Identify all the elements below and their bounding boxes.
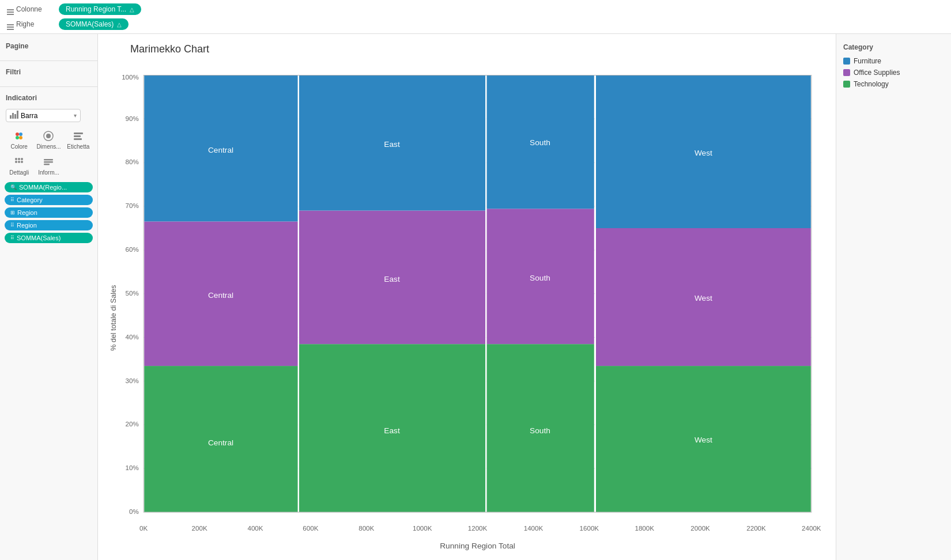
pills-list: 🔍 SOMMA(Regio... ⠿ Category ⊞ Region ⠿ R… bbox=[0, 180, 97, 245]
svg-point-1 bbox=[19, 133, 22, 136]
pill-category[interactable]: ⠿ Category bbox=[5, 195, 93, 205]
svg-rect-17 bbox=[44, 164, 50, 165]
pill-region-2[interactable]: ⠿ Region bbox=[5, 220, 93, 230]
furniture-label: Furniture bbox=[854, 57, 881, 65]
svg-text:10%: 10% bbox=[126, 464, 139, 471]
mark-dettagli[interactable]: Dettagli bbox=[6, 154, 32, 177]
west-technology-label: West bbox=[695, 436, 712, 444]
svg-text:1400K: 1400K bbox=[524, 525, 544, 532]
x-axis-label: Running Region Total bbox=[440, 542, 515, 550]
pill-somma-regio[interactable]: 🔍 SOMMA(Regio... bbox=[5, 182, 93, 192]
x-axis: 0K 200K 400K 600K 800K 1000K 1200K 1400K… bbox=[139, 525, 821, 532]
svg-rect-16 bbox=[44, 161, 53, 163]
barra-row[interactable]: Barra ▾ bbox=[0, 109, 97, 126]
svg-text:200K: 200K bbox=[192, 525, 207, 532]
size-icon bbox=[42, 130, 55, 142]
barra-select[interactable]: Barra ▾ bbox=[6, 109, 81, 122]
lines-icon bbox=[7, 19, 14, 30]
east-technology-label: East bbox=[384, 426, 400, 435]
filtri-title: Filtri bbox=[6, 68, 92, 76]
svg-text:2000K: 2000K bbox=[690, 525, 710, 532]
pagine-title: Pagine bbox=[6, 42, 92, 50]
svg-point-14 bbox=[21, 161, 23, 163]
svg-text:80%: 80% bbox=[126, 158, 139, 165]
barchart-icon bbox=[10, 111, 18, 120]
colonne-pill[interactable]: Running Region T... △ bbox=[59, 3, 141, 15]
toolbar: Colonne Running Region T... △ Righe SOMM… bbox=[0, 0, 951, 34]
pagine-section: Pagine bbox=[0, 39, 97, 57]
svg-text:20%: 20% bbox=[126, 421, 139, 427]
detail-icon bbox=[13, 156, 25, 168]
svg-text:1000K: 1000K bbox=[413, 525, 432, 532]
svg-rect-7 bbox=[74, 135, 81, 137]
svg-rect-6 bbox=[74, 133, 83, 134]
legend-item-office-supplies: Office Supplies bbox=[843, 69, 944, 77]
svg-text:2400K: 2400K bbox=[802, 525, 821, 532]
east-office-supplies-label: East bbox=[384, 275, 400, 283]
central-office-supplies-label: Central bbox=[208, 291, 233, 300]
svg-text:40%: 40% bbox=[126, 334, 139, 340]
west-furniture-label: West bbox=[695, 149, 712, 157]
pill-somma-sales[interactable]: ⠿ SOMMA(Sales) bbox=[5, 233, 93, 243]
svg-text:50%: 50% bbox=[126, 290, 139, 297]
svg-text:0%: 0% bbox=[129, 508, 139, 515]
indicatori-section: Indicatori bbox=[0, 90, 97, 109]
color-icon bbox=[13, 130, 25, 142]
office-supplies-label: Office Supplies bbox=[854, 69, 900, 77]
east-furniture-label: East bbox=[384, 140, 400, 149]
mark-dimensione[interactable]: Dimens... bbox=[35, 128, 62, 152]
legend-item-furniture: Furniture bbox=[843, 57, 944, 65]
svg-text:1600K: 1600K bbox=[580, 525, 599, 532]
svg-point-9 bbox=[15, 158, 17, 160]
righe-pill[interactable]: SOMMA(Sales) △ bbox=[59, 18, 129, 30]
chart-svg-container: % del totale di Sales 0% 10% 20% 30% 40%… bbox=[107, 62, 836, 560]
svg-text:100%: 100% bbox=[122, 74, 139, 81]
office-supplies-swatch bbox=[843, 69, 850, 76]
main-content: Pagine Filtri Indicatori Barra ▾ bbox=[0, 34, 951, 560]
south-furniture-label: South bbox=[530, 138, 550, 147]
svg-text:30%: 30% bbox=[126, 377, 139, 384]
toolbar-righe-row: Righe SOMMA(Sales) △ bbox=[7, 18, 944, 30]
svg-point-11 bbox=[21, 158, 23, 160]
svg-text:2200K: 2200K bbox=[746, 525, 766, 532]
svg-point-3 bbox=[19, 136, 22, 139]
chart-title: Marimekko Chart bbox=[107, 43, 836, 55]
svg-point-0 bbox=[16, 133, 19, 136]
bars-icon bbox=[7, 4, 14, 15]
svg-text:1200K: 1200K bbox=[468, 525, 488, 532]
filtri-section: Filtri bbox=[0, 65, 97, 83]
technology-label: Technology bbox=[854, 80, 889, 88]
marimekko-chart-svg: % del totale di Sales 0% 10% 20% 30% 40%… bbox=[107, 62, 836, 560]
info-icon bbox=[42, 156, 55, 168]
y-axis-label: % del totale di Sales bbox=[110, 285, 118, 351]
svg-text:90%: 90% bbox=[126, 115, 139, 122]
svg-text:1800K: 1800K bbox=[635, 525, 654, 532]
mark-etichetta[interactable]: Etichetta bbox=[65, 128, 92, 152]
svg-rect-8 bbox=[74, 138, 82, 140]
marks-grid: Colore Dimens... bbox=[0, 126, 97, 180]
mark-informazioni[interactable]: Inform... bbox=[35, 154, 62, 177]
svg-text:400K: 400K bbox=[247, 525, 263, 532]
chevron-down-icon: ▾ bbox=[74, 112, 77, 119]
indicatori-title: Indicatori bbox=[6, 94, 92, 102]
pill-region-1[interactable]: ⊞ Region bbox=[5, 207, 93, 218]
svg-text:800K: 800K bbox=[358, 525, 374, 532]
furniture-swatch bbox=[843, 58, 850, 65]
svg-text:60%: 60% bbox=[126, 246, 139, 253]
svg-point-10 bbox=[18, 158, 20, 160]
legend-panel: Category Furniture Office Supplies Techn… bbox=[836, 34, 951, 560]
svg-point-13 bbox=[18, 161, 20, 163]
svg-point-2 bbox=[16, 136, 19, 139]
svg-point-12 bbox=[15, 161, 17, 163]
label-icon bbox=[72, 130, 85, 142]
chart-area: Marimekko Chart % del totale di Sales 0%… bbox=[98, 34, 836, 560]
svg-text:0K: 0K bbox=[139, 525, 148, 532]
mark-colore[interactable]: Colore bbox=[6, 128, 32, 152]
central-furniture-label: Central bbox=[208, 146, 233, 154]
svg-text:70%: 70% bbox=[126, 202, 139, 209]
sidebar: Pagine Filtri Indicatori Barra ▾ bbox=[0, 34, 98, 560]
svg-point-5 bbox=[46, 134, 51, 138]
svg-rect-15 bbox=[44, 159, 53, 161]
toolbar-colonne-row: Colonne Running Region T... △ bbox=[7, 3, 944, 15]
legend-title: Category bbox=[843, 43, 944, 51]
